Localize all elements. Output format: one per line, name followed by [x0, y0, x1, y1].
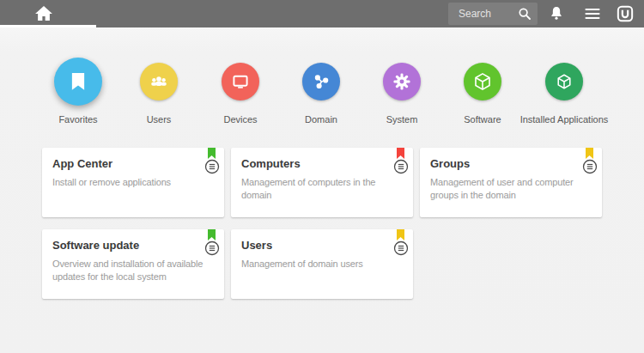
card-title: Groups: [430, 157, 573, 170]
category-installed-applications[interactable]: Installed Applications: [504, 58, 624, 125]
umc-overview-page: Favorites Users Devices: [0, 0, 644, 353]
share-network-icon: [302, 63, 340, 100]
favorite-bookmark-icon: [397, 229, 404, 240]
card-context-menu-button[interactable]: [204, 240, 220, 256]
card-context-menu-button[interactable]: [204, 159, 220, 174]
card-title: Computers: [241, 157, 384, 170]
search-icon[interactable]: [518, 7, 532, 21]
hamburger-menu-icon: [584, 5, 601, 22]
search-box: [448, 3, 538, 25]
gear-icon: [383, 63, 421, 100]
card-context-menu-button[interactable]: [393, 240, 409, 256]
bookmark-icon: [54, 58, 102, 106]
module-card-app-center[interactable]: App Center Install or remove application…: [42, 148, 224, 217]
card-context-menu-button[interactable]: [393, 159, 409, 174]
card-title: App Center: [52, 157, 195, 170]
card-description: Management of computers in the domain: [241, 176, 404, 202]
module-card-groups[interactable]: Groups Management of user and computer g…: [420, 148, 602, 217]
card-description: Management of domain users: [241, 258, 404, 271]
module-card-software-update[interactable]: Software update Overview and installatio…: [42, 229, 224, 299]
monitor-icon: [222, 63, 259, 100]
home-icon: [34, 5, 53, 21]
home-tab[interactable]: [0, 0, 96, 27]
top-bar: [0, 0, 644, 27]
favorite-bookmark-icon: [586, 148, 593, 159]
card-title: Users: [241, 239, 384, 252]
category-label: Installed Applications: [504, 114, 624, 125]
notifications-button[interactable]: [548, 5, 568, 22]
main-menu-button[interactable]: [584, 5, 605, 22]
active-tab-underline: [0, 25, 96, 27]
univention-logo-button[interactable]: [617, 5, 637, 22]
module-card-computers[interactable]: Computers Management of computers in the…: [231, 148, 413, 217]
cube-icon: [545, 63, 583, 100]
card-context-menu-button[interactable]: [582, 159, 598, 174]
card-description: Overview and installation of available u…: [52, 258, 216, 283]
favorite-bookmark-icon: [397, 148, 404, 159]
user-group-icon: [140, 63, 178, 100]
univention-logo-icon: [617, 5, 634, 22]
favorite-bookmark-icon: [208, 229, 216, 240]
module-card-users[interactable]: Users Management of domain users: [231, 229, 413, 299]
card-title: Software update: [52, 239, 195, 252]
card-description: Install or remove applications: [52, 176, 216, 189]
search-input[interactable]: [448, 3, 517, 25]
bell-icon: [548, 5, 565, 22]
favorite-bookmark-icon: [208, 148, 216, 159]
cube-icon: [464, 63, 501, 100]
card-description: Management of user and computer groups i…: [430, 176, 593, 202]
